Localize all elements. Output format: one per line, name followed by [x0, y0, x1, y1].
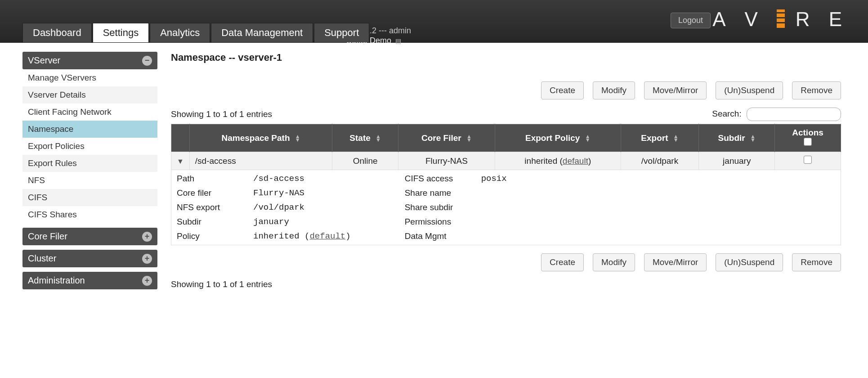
col-actions: Actions [775, 124, 841, 152]
logo-e-icon [777, 9, 785, 28]
text: inherited ( [524, 156, 563, 166]
top-tabs: Dashboard Settings Analytics Data Manage… [22, 23, 370, 42]
detail-value-share-subdir [481, 202, 507, 212]
detail-value-nfs-export: /vol/dpark [253, 202, 351, 212]
col-label: State [349, 133, 370, 143]
tab-data-management[interactable]: Data Management [211, 23, 313, 42]
create-button[interactable]: Create [541, 253, 584, 271]
sidebar-section-core-filer[interactable]: Core Filer + [22, 228, 157, 245]
sort-icon[interactable]: ▲▼ [585, 135, 591, 142]
detail-value-cifs-access: posix [481, 174, 507, 184]
search-label: Search: [712, 109, 741, 118]
main-content: Namespace -- vserver-1 Create Modify Mov… [157, 52, 855, 289]
col-subdir[interactable]: Subdir ▲▼ [699, 124, 775, 152]
sort-icon[interactable]: ▲▼ [750, 135, 756, 142]
col-label: Export [641, 133, 668, 143]
document-icon[interactable]: ▤ [395, 37, 401, 45]
modify-button[interactable]: Modify [593, 81, 635, 99]
showing-entries-top: Showing 1 to 1 of 1 entries [171, 109, 272, 119]
sidebar-item-nfs[interactable]: NFS [22, 172, 157, 189]
move-mirror-button[interactable]: Move/Mirror [644, 81, 707, 99]
expand-icon[interactable]: + [142, 254, 152, 264]
detail-value-data-mgmt [481, 231, 507, 241]
create-button[interactable]: Create [541, 81, 584, 99]
col-export-policy[interactable]: Export Policy ▲▼ [495, 124, 621, 152]
detail-value-permissions [481, 217, 507, 227]
page-title: Namespace -- vserver-1 [171, 52, 841, 63]
detail-value-policy: inherited (default) [253, 231, 351, 241]
logout-button[interactable]: Logout [671, 13, 711, 28]
row-select-checkbox[interactable] [804, 156, 812, 164]
sidebar-item-cifs[interactable]: CIFS [22, 189, 157, 206]
showing-entries-bottom: Showing 1 to 1 of 1 entries [171, 279, 841, 289]
sidebar: VServer − Manage VServers Vserver Detail… [22, 52, 157, 289]
default-policy-link[interactable]: default [309, 231, 345, 241]
remove-button[interactable]: Remove [792, 81, 841, 99]
action-bar-top: Create Modify Move/Mirror (Un)Suspend Re… [171, 81, 841, 99]
col-label: Core Filer [421, 133, 461, 143]
unsuspend-button[interactable]: (Un)Suspend [716, 253, 783, 271]
cell-export-policy: inherited (default) [495, 152, 621, 170]
cell-state: Online [332, 152, 398, 170]
sort-icon[interactable]: ▲▼ [673, 135, 679, 142]
detail-label-share-subdir: Share subdir [405, 202, 468, 212]
logo-letter-e: E [829, 8, 850, 31]
default-policy-link[interactable]: default [563, 156, 588, 166]
detail-label-permissions: Permissions [405, 217, 468, 227]
expand-icon[interactable]: + [142, 276, 152, 286]
sidebar-item-client-facing-network[interactable]: Client Facing Network [22, 104, 157, 121]
sidebar-section-label: Core Filer [28, 231, 67, 242]
cell-core-filer: Flurry-NAS [398, 152, 495, 170]
detail-label-data-mgmt: Data Mgmt [405, 231, 468, 241]
row-collapse-icon[interactable]: ▼ [177, 158, 184, 165]
remove-button[interactable]: Remove [792, 253, 841, 271]
sidebar-section-cluster[interactable]: Cluster + [22, 250, 157, 267]
detail-label-policy: Policy [177, 231, 240, 241]
tab-support[interactable]: Support [314, 23, 369, 42]
move-mirror-button[interactable]: Move/Mirror [644, 253, 707, 271]
sidebar-item-vserver-details[interactable]: Vserver Details [22, 86, 157, 104]
sidebar-item-export-rules[interactable]: Export Rules [22, 155, 157, 172]
sidebar-section-administration[interactable]: Administration + [22, 272, 157, 289]
detail-label-subdir: Subdir [177, 217, 240, 227]
expand-icon[interactable]: + [142, 232, 152, 242]
table-row-detail: Path /sd-access Core filer Flurry-NAS NF… [171, 170, 841, 245]
sort-icon[interactable]: ▲▼ [295, 135, 300, 142]
col-expand [171, 124, 190, 152]
detail-label-cifs-access: CIFS access [405, 174, 468, 184]
collapse-icon[interactable]: − [142, 56, 152, 66]
unsuspend-button[interactable]: (Un)Suspend [716, 81, 783, 99]
col-core-filer[interactable]: Core Filer ▲▼ [398, 124, 495, 152]
sidebar-item-export-policies[interactable]: Export Policies [22, 138, 157, 155]
col-state[interactable]: State ▲▼ [332, 124, 398, 152]
logo-letter-r: R [796, 8, 818, 31]
tab-dashboard[interactable]: Dashboard [22, 23, 92, 42]
sort-icon[interactable]: ▲▼ [376, 135, 381, 142]
cell-actions [775, 152, 841, 170]
detail-value-share-name [481, 188, 507, 198]
sidebar-item-cifs-shares[interactable]: CIFS Shares [22, 206, 157, 223]
header-bar: Logout A V R E V4.8.2.2 --- admin Setup … [0, 0, 868, 43]
action-bar-bottom: Create Modify Move/Mirror (Un)Suspend Re… [171, 253, 841, 271]
tab-settings[interactable]: Settings [93, 23, 149, 42]
text: ) [588, 156, 591, 166]
col-export[interactable]: Export ▲▼ [621, 124, 699, 152]
detail-label-nfs-export: NFS export [177, 202, 240, 212]
sort-icon[interactable]: ▲▼ [466, 135, 472, 142]
table-row[interactable]: ▼ /sd-access Online Flurry-NAS inherited… [171, 152, 841, 170]
search-input[interactable] [747, 108, 841, 121]
select-all-checkbox[interactable] [804, 138, 812, 146]
detail-value-path: /sd-access [253, 174, 351, 184]
modify-button[interactable]: Modify [593, 253, 635, 271]
sidebar-item-manage-vservers[interactable]: Manage VServers [22, 69, 157, 86]
sidebar-item-namespace[interactable]: Namespace [22, 121, 157, 138]
col-namespace-path[interactable]: Namespace Path ▲▼ [189, 124, 332, 152]
sidebar-section-vserver[interactable]: VServer − [22, 52, 157, 69]
tab-analytics[interactable]: Analytics [150, 23, 210, 42]
sidebar-list-vserver: Manage VServers Vserver Details Client F… [22, 69, 157, 223]
namespace-table: Namespace Path ▲▼ State ▲▼ Core Filer ▲▼… [171, 124, 841, 245]
col-label: Actions [779, 128, 836, 138]
detail-value-core-filer: Flurry-NAS [253, 188, 351, 198]
detail-value-subdir: january [253, 217, 351, 227]
detail-label-core-filer: Core filer [177, 188, 240, 198]
